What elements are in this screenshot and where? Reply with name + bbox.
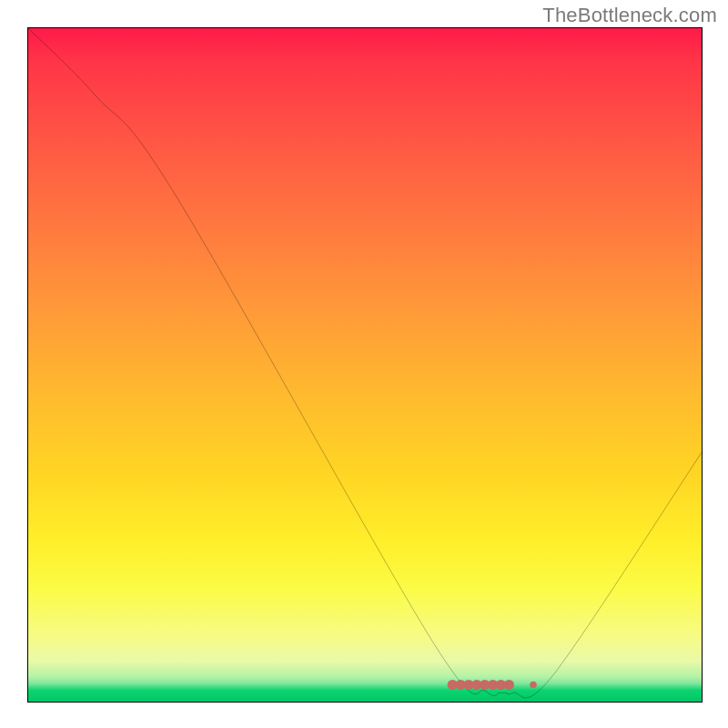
chart-marker — [530, 682, 537, 689]
chart-plot-area — [27, 27, 703, 703]
chart-marker — [504, 680, 514, 690]
chart-curve — [28, 28, 702, 698]
chart-svg — [28, 28, 702, 702]
watermark-text: TheBottleneck.com — [542, 4, 717, 27]
chart-markers-group — [448, 680, 537, 690]
